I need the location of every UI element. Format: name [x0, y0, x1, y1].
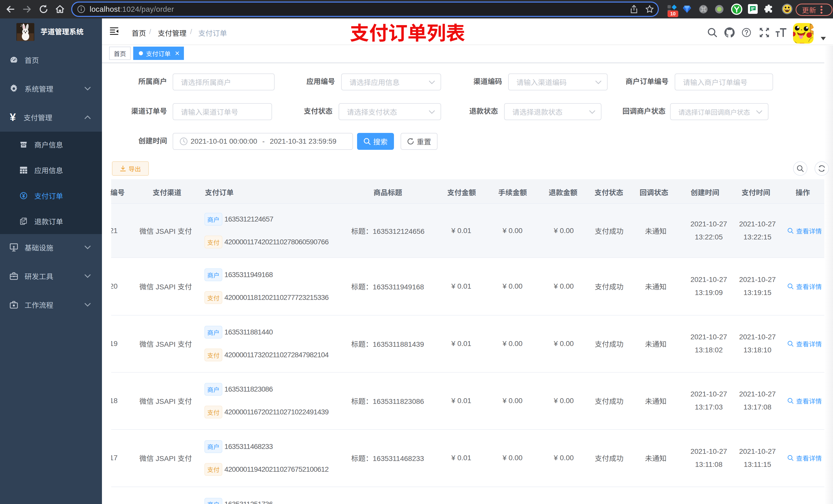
svg-text:⌘: ⌘: [700, 6, 706, 13]
